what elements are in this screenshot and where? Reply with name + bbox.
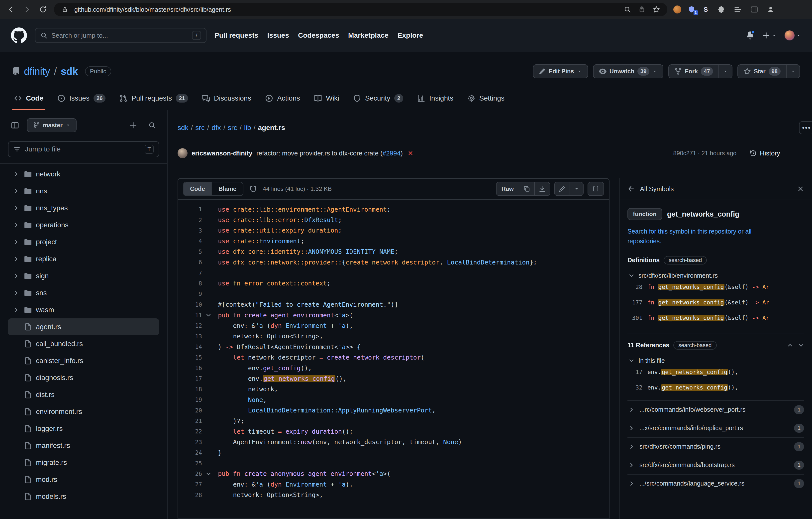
definition-line-301[interactable]: 301fn get_networks_config(&self) -> Ar (628, 310, 804, 326)
tree-item-network[interactable]: network (8, 166, 159, 183)
line-number[interactable]: 10 (178, 301, 202, 308)
line-number[interactable]: 21 (178, 418, 202, 424)
copy-icon[interactable] (519, 183, 534, 195)
breadcrumb-sdk-0[interactable]: sdk (178, 124, 188, 132)
more-options-button[interactable]: ••• (799, 121, 812, 134)
line-number[interactable]: 7 (178, 270, 202, 276)
commit-author[interactable]: ericswanson-dfinity (192, 149, 252, 157)
side-panel-icon[interactable] (749, 6, 759, 13)
back-arrow-icon[interactable] (628, 185, 635, 193)
pr-link[interactable]: #2994 (382, 149, 401, 157)
line-number[interactable]: 6 (178, 259, 202, 266)
tree-item-diagnosis-rs[interactable]: diagnosis.rs (8, 369, 159, 386)
definition-line-177[interactable]: 177fn get_networks_config(&self) -> Ar (628, 295, 804, 310)
tree-item-wasm[interactable]: wasm (8, 301, 159, 319)
tree-item-mod-rs[interactable]: mod.rs (8, 471, 159, 488)
edit-dropdown-caret-icon[interactable] (570, 183, 583, 195)
create-new-button[interactable] (762, 31, 777, 39)
star-button[interactable]: Star98 (737, 64, 787, 78)
line-number[interactable]: 5 (178, 248, 202, 255)
line-number[interactable]: 13 (178, 333, 202, 339)
breadcrumb-src-1[interactable]: src (195, 124, 204, 132)
next-reference-button[interactable] (798, 342, 804, 348)
reference-file-1[interactable]: ...rc/commands/info/webserver_port.rs1 (628, 400, 804, 419)
tree-item-project[interactable]: project (8, 234, 159, 250)
line-number[interactable]: 28 (178, 492, 202, 498)
extension-avatar-icon[interactable] (673, 5, 681, 13)
repo-owner-link[interactable]: dfinity (24, 66, 50, 77)
repo-tab-pull-requests[interactable]: Pull requests21 (113, 87, 194, 110)
definition-file-row[interactable]: src/dfx/src/lib/environment.rs (628, 272, 804, 279)
line-number[interactable]: 23 (178, 439, 202, 445)
line-number[interactable]: 26 (178, 471, 202, 477)
star-dropdown-button[interactable] (787, 64, 800, 78)
edit-pins-button[interactable]: Edit Pins (533, 64, 588, 78)
repo-tab-security[interactable]: Security2 (347, 87, 409, 110)
line-number[interactable]: 14 (178, 344, 202, 350)
header-nav-marketplace[interactable]: Marketplace (348, 31, 388, 39)
repo-tab-issues[interactable]: Issues26 (51, 87, 112, 110)
reference-file-2[interactable]: ...x/src/commands/info/replica_port.rs1 (628, 419, 804, 437)
header-nav-explore[interactable]: Explore (398, 31, 423, 39)
tree-item-nns[interactable]: nns (8, 183, 159, 200)
raw-button[interactable]: Raw (496, 183, 519, 195)
back-button[interactable] (6, 5, 16, 13)
header-nav-pull-requests[interactable]: Pull requests (214, 31, 258, 39)
ci-failure-icon[interactable]: ✕ (408, 149, 413, 157)
line-number[interactable]: 17 (178, 375, 202, 382)
tab-blame[interactable]: Blame (211, 183, 243, 195)
user-avatar-menu[interactable] (785, 30, 801, 40)
tree-item-manifest-rs[interactable]: manifest.rs (8, 437, 159, 454)
tree-item-canister-info-rs[interactable]: canister_info.rs (8, 352, 159, 369)
tree-item-migrate-rs[interactable]: migrate.rs (8, 454, 159, 471)
tree-item-models-rs[interactable]: models.rs (8, 488, 159, 505)
line-number[interactable]: 27 (178, 481, 202, 488)
breadcrumb-dfx-2[interactable]: dfx (211, 124, 221, 132)
reference-file-4[interactable]: src/dfx/src/commands/bootstrap.rs1 (628, 456, 804, 474)
line-number[interactable]: 25 (178, 460, 202, 467)
line-number[interactable]: 12 (178, 322, 202, 329)
history-button[interactable]: History (749, 149, 780, 157)
forward-button[interactable] (22, 5, 32, 13)
repo-tab-discussions[interactable]: Discussions (196, 87, 257, 110)
repo-tab-settings[interactable]: Settings (461, 87, 511, 110)
line-number[interactable]: 4 (178, 238, 202, 244)
adblock-shield-icon[interactable]: 1 (688, 6, 695, 13)
tree-item-nns-types[interactable]: nns_types (8, 200, 159, 217)
line-number[interactable]: 8 (178, 280, 202, 287)
tree-item-dist-rs[interactable]: dist.rs (8, 386, 159, 403)
tree-item-environment-rs[interactable]: environment.rs (8, 403, 159, 420)
fold-chevron-icon[interactable] (204, 471, 212, 477)
reload-button[interactable] (38, 6, 48, 13)
repo-name-link[interactable]: sdk (61, 66, 78, 77)
commit-message[interactable]: refactor: move provider.rs to dfx-core c… (256, 149, 403, 157)
line-number[interactable]: 3 (178, 227, 202, 234)
line-number[interactable]: 16 (178, 365, 202, 371)
zoom-icon[interactable] (622, 6, 633, 13)
in-this-file-row[interactable]: In this file (628, 357, 804, 364)
repo-tab-wiki[interactable]: Wiki (308, 87, 345, 110)
github-logo-icon[interactable] (11, 27, 27, 44)
tree-item-call-bundled-rs[interactable]: call_bundled.rs (8, 335, 159, 352)
line-number[interactable]: 2 (178, 217, 202, 223)
jump-to-file-input[interactable]: Jump to file T (8, 141, 159, 157)
s-extension-icon[interactable]: S (702, 6, 710, 13)
line-number[interactable]: 18 (178, 386, 202, 392)
header-nav-codespaces[interactable]: Codespaces (298, 31, 339, 39)
notifications-bell-icon[interactable] (746, 31, 754, 39)
all-symbols-label[interactable]: All Symbols (640, 185, 674, 193)
tree-item-sign[interactable]: sign (8, 268, 159, 284)
line-number[interactable]: 1 (178, 206, 202, 213)
reference-file-3[interactable]: src/dfx/src/commands/ping.rs1 (628, 437, 804, 456)
repo-tab-code[interactable]: Code (8, 87, 49, 110)
share-icon[interactable] (637, 6, 647, 13)
fold-chevron-icon[interactable] (204, 312, 212, 318)
tree-search-icon[interactable] (145, 118, 159, 132)
close-icon[interactable] (797, 185, 804, 192)
reference-line-17[interactable]: 17env.get_networks_config(), (628, 364, 804, 380)
fork-dropdown-button[interactable] (719, 64, 732, 78)
breadcrumb-lib-4[interactable]: lib (244, 124, 251, 132)
edit-pencil-icon[interactable] (555, 183, 570, 195)
tree-item-logger-rs[interactable]: logger.rs (8, 420, 159, 437)
tab-code[interactable]: Code (183, 183, 211, 195)
